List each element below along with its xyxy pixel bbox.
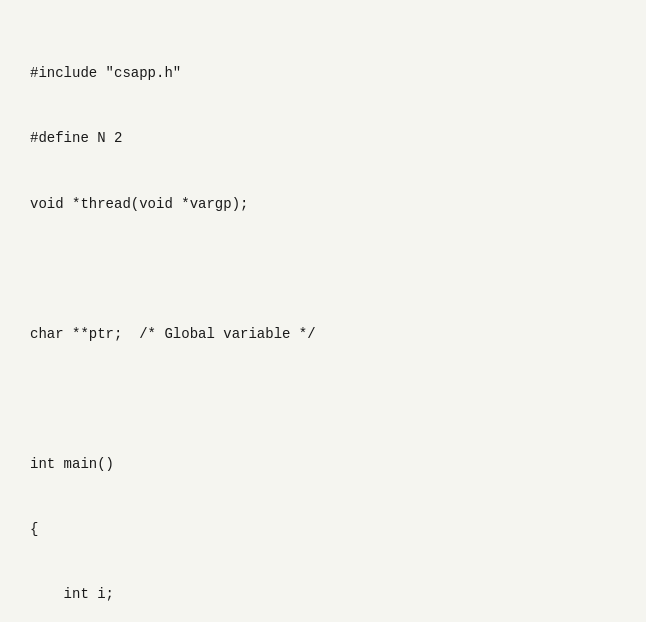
code-line-7: int main() bbox=[30, 454, 616, 476]
code-line-9: int i; bbox=[30, 584, 616, 606]
code-line-5: char **ptr; /* Global variable */ bbox=[30, 324, 616, 346]
code-display: #include "csapp.h" #define N 2 void *thr… bbox=[30, 20, 616, 622]
code-line-1: #include "csapp.h" bbox=[30, 63, 616, 85]
code-line-2: #define N 2 bbox=[30, 128, 616, 150]
code-line-8: { bbox=[30, 519, 616, 541]
code-line-3: void *thread(void *vargp); bbox=[30, 194, 616, 216]
code-line-4 bbox=[30, 259, 616, 281]
code-line-6 bbox=[30, 389, 616, 411]
